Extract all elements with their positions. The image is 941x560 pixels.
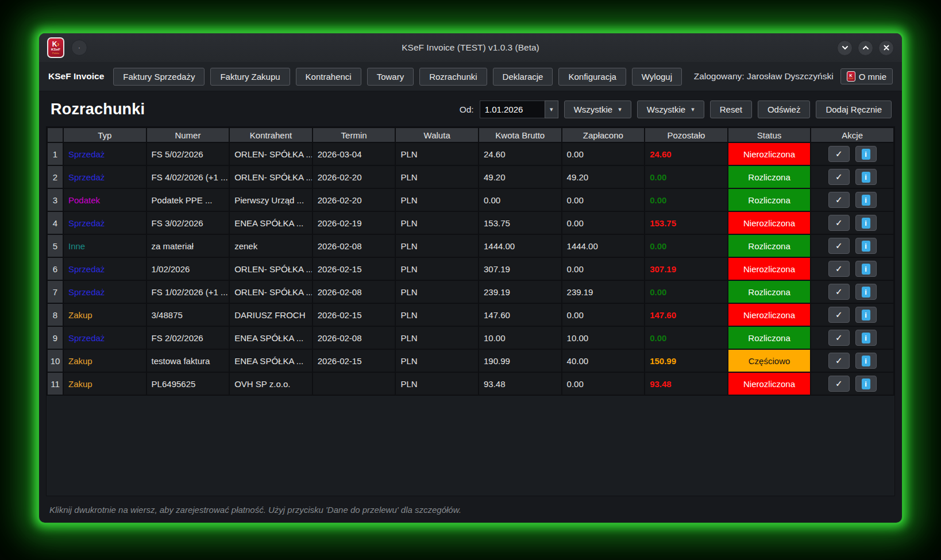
- minimize-button[interactable]: [837, 40, 853, 56]
- table-row[interactable]: 10Zakuptestowa fakturaENEA SPÓŁKA ...202…: [48, 350, 893, 372]
- type-filter-select[interactable]: Wszystkie ▾: [564, 101, 631, 118]
- column-header-waluta[interactable]: Waluta: [396, 128, 478, 142]
- details-button[interactable]: i: [855, 192, 877, 208]
- cell-pozostalo: 0.00: [645, 235, 727, 257]
- check-icon: ✓: [835, 264, 843, 273]
- column-header-kontrahent[interactable]: Kontrahent: [230, 128, 312, 142]
- cell-pozostalo: 0.00: [645, 281, 727, 303]
- register-payment-button[interactable]: ✓: [828, 169, 850, 185]
- titlebar-menu-button[interactable]: ·: [71, 40, 87, 56]
- table-row[interactable]: 3PodatekPodatek PPE ...Pierwszy Urząd ..…: [48, 189, 893, 211]
- row-number: 1: [48, 143, 63, 165]
- nav-kontrahenci-button[interactable]: Kontrahenci: [296, 68, 361, 86]
- cell-akcje: ✓i: [811, 258, 893, 280]
- register-payment-button[interactable]: ✓: [828, 146, 850, 162]
- add-manual-button[interactable]: Dodaj Ręcznie: [816, 101, 892, 118]
- register-payment-button[interactable]: ✓: [828, 353, 850, 369]
- column-header-numer[interactable]: Numer: [147, 128, 229, 142]
- cell-termin: 2026-02-08: [313, 327, 395, 349]
- table-row[interactable]: 9SprzedażFS 2/02/2026ENEA SPÓŁKA ...2026…: [48, 327, 893, 349]
- refresh-button[interactable]: Odśwież: [758, 101, 811, 118]
- details-button[interactable]: i: [855, 376, 877, 392]
- register-payment-button[interactable]: ✓: [828, 376, 850, 392]
- table-row[interactable]: 6Sprzedaż1/02/2026ORLEN- SPÓŁKA ...2026-…: [48, 258, 893, 280]
- cell-kwota-brutto: 147.60: [479, 304, 561, 326]
- row-number: 8: [48, 304, 63, 326]
- maximize-button[interactable]: [858, 40, 873, 56]
- column-header-pozostalo[interactable]: Pozostało: [645, 128, 727, 142]
- status-bar: Kliknij dwukrotnie na wiersz, aby zareje…: [39, 496, 902, 523]
- table-row[interactable]: 5Inneza materiałzenek2026-02-08PLN1444.0…: [48, 235, 893, 257]
- chevron-up-icon: [862, 44, 869, 51]
- cell-waluta: PLN: [396, 143, 478, 165]
- register-payment-button[interactable]: ✓: [828, 215, 850, 231]
- cell-numer: FS 4/02/2026 (+1 ...: [147, 166, 229, 188]
- date-from-dropdown-button[interactable]: ▾: [545, 101, 558, 118]
- filters-bar: Od: ▾ Wszystkie ▾ Wszystkie ▾ Reset Odśw…: [460, 101, 892, 118]
- details-button[interactable]: i: [855, 238, 877, 254]
- table-row[interactable]: 1SprzedażFS 5/02/2026ORLEN- SPÓŁKA ...20…: [48, 143, 893, 165]
- table-row[interactable]: 4SprzedażFS 3/02/2026ENEA SPÓŁKA ...2026…: [48, 212, 893, 234]
- register-payment-button[interactable]: ✓: [828, 261, 850, 277]
- cell-kontrahent: ENEA SPÓŁKA ...: [230, 350, 312, 372]
- column-header-typ[interactable]: Typ: [64, 128, 146, 142]
- cell-termin: 2026-02-15: [313, 304, 395, 326]
- column-header-status[interactable]: Status: [728, 128, 811, 142]
- ksef-logo-icon: K› KSeF Polska: [47, 37, 64, 58]
- cell-kwota-brutto: 307.19: [479, 258, 561, 280]
- register-payment-button[interactable]: ✓: [828, 307, 850, 323]
- about-me-button[interactable]: KKSeF O mnie: [840, 68, 893, 84]
- column-header-akcje[interactable]: Akcje: [811, 128, 893, 142]
- nav-faktury-sprzedazy-button[interactable]: Faktury Sprzedaży: [113, 68, 205, 86]
- cell-numer: Podatek PPE ...: [147, 189, 229, 211]
- details-button[interactable]: i: [855, 261, 877, 277]
- column-header-kwota-brutto[interactable]: Kwota Brutto: [479, 128, 561, 142]
- cell-zaplacono: 1444.00: [562, 235, 645, 257]
- status-badge: Nierozliczona: [728, 373, 811, 395]
- details-button[interactable]: i: [855, 169, 877, 185]
- details-button[interactable]: i: [855, 146, 877, 162]
- details-button[interactable]: i: [855, 307, 877, 323]
- nav-rozrachunki-button[interactable]: Rozrachunki: [419, 68, 487, 86]
- date-from-label: Od:: [460, 105, 474, 115]
- details-button[interactable]: i: [855, 215, 877, 231]
- cell-numer: testowa faktura: [147, 350, 229, 372]
- cell-kontrahent: ORLEN- SPÓŁKA ...: [230, 258, 312, 280]
- status-badge: Nierozliczona: [728, 258, 811, 280]
- table-row[interactable]: 7SprzedażFS 1/02/2026 (+1 ...ORLEN- SPÓŁ…: [48, 281, 893, 303]
- type-filter-value: Wszystkie: [574, 105, 613, 114]
- cell-zaplacono: 0.00: [562, 189, 645, 211]
- status-badge: Rozliczona: [728, 327, 811, 349]
- register-payment-button[interactable]: ✓: [828, 284, 850, 300]
- register-payment-button[interactable]: ✓: [828, 238, 850, 254]
- close-button[interactable]: [878, 40, 894, 56]
- cell-typ: Sprzedaż: [64, 281, 146, 303]
- table-row[interactable]: 8Zakup3/48875DARIUSZ FROCH2026-02-15PLN1…: [48, 304, 893, 326]
- cell-akcje: ✓i: [811, 143, 893, 165]
- nav-deklaracje-button[interactable]: Deklaracje: [493, 68, 553, 86]
- details-button[interactable]: i: [855, 284, 877, 300]
- cell-kontrahent: zenek: [230, 235, 312, 257]
- date-from-input[interactable]: [480, 101, 545, 118]
- register-payment-button[interactable]: ✓: [828, 192, 850, 208]
- register-payment-button[interactable]: ✓: [828, 330, 850, 346]
- date-from-combo: ▾: [480, 101, 558, 118]
- nav-towary-button[interactable]: Towary: [367, 68, 414, 86]
- table-row[interactable]: 11ZakupPL6495625OVH SP z.o.o.PLN93.480.0…: [48, 373, 893, 395]
- column-header-termin[interactable]: Termin: [313, 128, 395, 142]
- cell-kwota-brutto: 1444.00: [479, 235, 561, 257]
- cell-pozostalo: 307.19: [645, 258, 727, 280]
- titlebar[interactable]: K› KSeF Polska · KSeF Invoice (TEST) v1.…: [39, 33, 902, 62]
- reset-button[interactable]: Reset: [710, 101, 752, 118]
- column-header-zaplacono[interactable]: Zapłacono: [562, 128, 645, 142]
- cell-waluta: PLN: [396, 258, 478, 280]
- details-button[interactable]: i: [855, 330, 877, 346]
- nav-wyloguj-button[interactable]: Wyloguj: [632, 68, 682, 86]
- chevron-down-icon: ▾: [691, 106, 695, 113]
- cell-akcje: ✓i: [811, 373, 893, 395]
- nav-faktury-zakupu-button[interactable]: Faktury Zakupu: [210, 68, 290, 86]
- table-row[interactable]: 2SprzedażFS 4/02/2026 (+1 ...ORLEN- SPÓŁ…: [48, 166, 893, 188]
- status-filter-select[interactable]: Wszystkie ▾: [637, 101, 704, 118]
- details-button[interactable]: i: [855, 353, 877, 369]
- nav-konfiguracja-button[interactable]: Konfiguracja: [558, 68, 626, 86]
